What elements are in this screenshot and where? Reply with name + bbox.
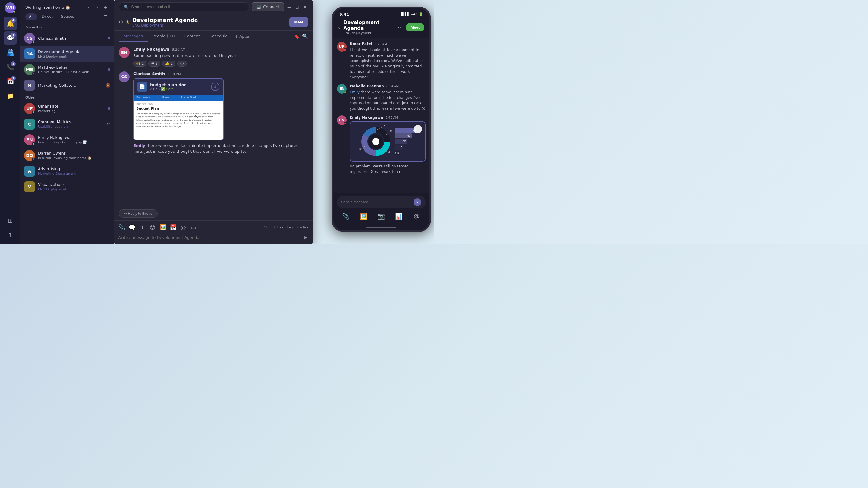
search-messages-icon[interactable]: 🔍 <box>302 33 308 39</box>
phone-gif-button[interactable]: 📊 <box>394 211 404 222</box>
sidebar-item-calls[interactable]: 📞 1 <box>4 60 17 73</box>
donut-chart-svg: A M Z R <box>359 125 393 158</box>
file-info: budget-plan.doc 24 KB ✅ Safe <box>150 83 186 91</box>
channel-settings-icon[interactable]: ⚙️ <box>119 19 123 25</box>
list-item-common-metrics[interactable]: C Common Metrics Usability research @ <box>21 116 114 132</box>
chat-tab-bar: Messages People (30) Content Schedule + … <box>114 31 313 42</box>
phone-channel-info: Development Agenda ENG deployment <box>343 20 391 35</box>
sidebar-item-help[interactable]: ? <box>4 228 17 241</box>
list-item-visualizations[interactable]: V Visualizations ENG Deployment <box>21 179 114 195</box>
file-preview: Documents Home Edit in Word Budget Plan … <box>134 95 223 140</box>
avatar-emily-msg: EN <box>119 47 130 58</box>
reaction-thumbsup[interactable]: 👍 2 <box>162 61 176 67</box>
avatar-marketing: M <box>24 80 35 91</box>
user-avatar[interactable]: WH <box>5 2 16 13</box>
list-item-matthew-baker[interactable]: MB Matthew Baker Do Not Disturb · Out fo… <box>21 62 114 77</box>
filter-tab-direct[interactable]: Direct <box>38 13 56 21</box>
restore-button[interactable]: ◻ <box>294 4 300 10</box>
phone-header-actions: ⋯ Meet <box>394 23 424 32</box>
message-options-button[interactable]: 🗨️ <box>128 223 136 231</box>
mention-button[interactable]: @ <box>179 223 187 231</box>
teams-icon: 🫂 <box>7 49 14 56</box>
channel-star-icon[interactable]: ★ <box>125 19 130 25</box>
channel-subtitle[interactable]: ENG Deployment <box>132 23 198 27</box>
send-button[interactable]: ➤ <box>301 233 309 241</box>
svg-text:Z: Z <box>389 151 390 153</box>
phone-camera-button[interactable]: 📷 <box>376 211 387 222</box>
phone-time: 9:41 <box>339 12 349 17</box>
window-controls: — ◻ ✕ <box>286 4 308 10</box>
phone-compose-input[interactable] <box>341 200 411 204</box>
file-download-button[interactable]: ⬇ <box>211 83 219 91</box>
phone-messages-area: UP Umar Patel 8:23 AM I think we should … <box>333 38 429 193</box>
list-item-umar-patel[interactable]: UP Umar Patel Presenting <box>21 101 114 116</box>
tab-people[interactable]: People (30) <box>148 31 180 42</box>
attach-file-button[interactable]: 📎 <box>118 223 126 231</box>
add-apps-button[interactable]: + Apps <box>232 31 251 41</box>
tab-content[interactable]: Content <box>180 31 205 42</box>
channel-title-group: Development Agenda ENG Deployment <box>132 17 198 27</box>
list-item-marketing-collateral[interactable]: M Marketing Collateral 🔕 <box>21 77 114 93</box>
reaction-smile[interactable]: 😊 <box>177 61 187 67</box>
phone-msg-header: Isabelle Brennan 8:34 AM <box>350 84 426 88</box>
phone-msg-author: Isabelle Brennan <box>350 84 384 88</box>
phone-more-options-button[interactable]: ⋯ <box>394 23 403 32</box>
avatar-visualizations: V <box>24 181 35 192</box>
tab-messages[interactable]: Messages <box>119 31 148 42</box>
more-options-button[interactable]: ▭ <box>189 223 198 231</box>
text-format-button[interactable]: T <box>138 223 147 231</box>
phone-avatar-isabelle: IB <box>337 84 347 94</box>
emoji-button[interactable]: 😊 <box>148 223 157 231</box>
sidebar-item-apps[interactable]: ⊞ <box>4 214 17 227</box>
image-upload-button[interactable]: 🖼️ <box>158 223 167 231</box>
search-bar[interactable]: 🔍 <box>119 2 250 11</box>
connect-button[interactable]: 🖥️ Connect <box>252 2 284 11</box>
sidebar-item-teams[interactable]: 🫂 <box>4 46 17 59</box>
chat-info-matthew: Matthew Baker Do Not Disturb · Out for a… <box>38 65 105 74</box>
favorites-section-label: Favorites <box>21 23 114 30</box>
phone-toolbar: 📎 🖼️ 📷 📊 @ <box>337 211 426 222</box>
tab-schedule[interactable]: Schedule <box>205 31 232 42</box>
phone-mention-button[interactable]: @ <box>411 211 422 222</box>
sidebar-item-files[interactable]: 📁 <box>4 89 17 102</box>
chat-info-advertising: Advertising Marketing Department <box>38 167 110 175</box>
avatar-umar: UP <box>24 103 35 114</box>
avatar-darren: DO <box>24 150 35 161</box>
list-item-development-agenda[interactable]: DA Development Agenda ENG Deployment <box>21 46 114 62</box>
close-button[interactable]: ✕ <box>302 4 308 10</box>
sidebar-item-chat[interactable]: 💬 1 <box>4 31 17 44</box>
forward-btn[interactable]: › <box>93 4 101 11</box>
phone-home-indicator <box>333 224 429 230</box>
sidebar-item-activity[interactable]: 🔔 4 <box>4 17 17 30</box>
back-btn[interactable]: ‹ <box>85 4 92 11</box>
search-input[interactable] <box>131 4 244 9</box>
minimize-button[interactable]: — <box>286 4 292 10</box>
new-chat-btn[interactable]: + <box>102 4 109 11</box>
calendar-badge: 1 <box>11 76 16 81</box>
schedule-meeting-button[interactable]: 📅 <box>169 223 177 231</box>
phone-send-button[interactable]: ➤ <box>413 198 421 206</box>
status-indicator <box>32 72 35 75</box>
filter-tab-spaces[interactable]: Spaces <box>58 13 78 21</box>
reaction-heart[interactable]: ❤️ 2 <box>148 61 160 67</box>
phone-image-button[interactable]: 🖼️ <box>358 211 369 222</box>
compose-input[interactable] <box>118 235 299 240</box>
avatar-dev-agenda: DA <box>24 48 35 59</box>
sidebar-item-calendar[interactable]: 📅 1 <box>4 75 17 88</box>
reaction-clap[interactable]: 🙌 1 <box>133 61 147 67</box>
chat-name: Common Metrics <box>38 120 103 124</box>
filter-options-btn[interactable]: ☰ <box>102 13 109 21</box>
list-item-advertising[interactable]: A Advertising Marketing Department <box>21 163 114 179</box>
list-item-emily-nakagawa[interactable]: EN Emily Nakagawa In a meeting · Catchin… <box>21 132 114 148</box>
meet-button[interactable]: Meet <box>289 18 308 27</box>
bookmark-icon[interactable]: 🔖 <box>293 33 300 39</box>
phone-back-button[interactable]: ‹ <box>338 24 340 30</box>
phone-channel-sub: ENG deployment <box>343 31 391 35</box>
chart-attachment: A M Z R A MZ <box>350 121 426 162</box>
filter-tab-all[interactable]: All <box>25 13 37 21</box>
list-item-darren-owens[interactable]: DO Darren Owens In a call · Working from… <box>21 148 114 163</box>
list-item-clarissa-smith[interactable]: CS Clarissa Smith <box>21 30 114 46</box>
phone-meet-button[interactable]: Meet <box>406 23 424 31</box>
phone-attach-button[interactable]: 📎 <box>340 211 351 222</box>
reply-thread-button[interactable]: ↩ Reply to thread <box>119 209 158 218</box>
